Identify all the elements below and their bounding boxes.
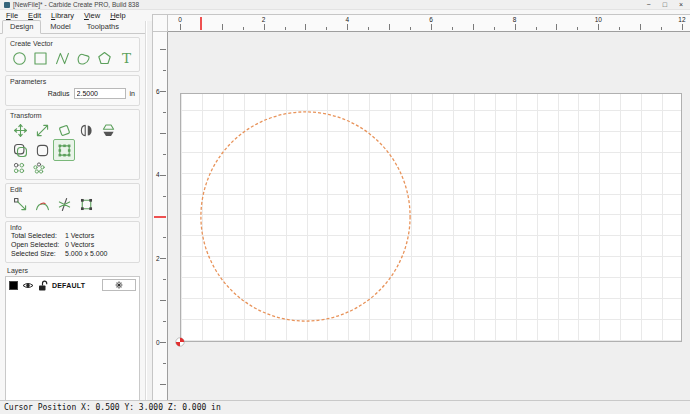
grid-array-button[interactable]: [10, 160, 28, 176]
flip-button[interactable]: [98, 120, 118, 140]
mirror-icon: [78, 122, 95, 139]
text-tool-button[interactable]: T: [117, 48, 136, 68]
layer-row[interactable]: DEFAULT: [6, 277, 139, 293]
ruler-tick: [305, 24, 306, 30]
polyline-tool-icon: [54, 50, 71, 67]
knife-icon: [56, 196, 73, 213]
info-value: 1 Vectors: [65, 232, 94, 239]
ruler-label: 0: [172, 16, 188, 23]
ruler-tick: [556, 24, 557, 30]
info-row: Total Selected:1 Vectors: [11, 232, 135, 239]
close-button[interactable]: ×: [679, 0, 683, 9]
fillet-button[interactable]: [32, 140, 52, 160]
menu-help[interactable]: Help: [110, 11, 125, 20]
radius-label: Radius: [48, 90, 70, 97]
left-panel: DesignModelToolpaths Create Vector T Par…: [0, 21, 146, 400]
rectangle-tool-icon: [32, 50, 49, 67]
ruler-tick: [163, 363, 166, 364]
ruler-label: 2: [256, 16, 272, 23]
circular-array-button[interactable]: [30, 160, 48, 176]
ruler-tick: [494, 27, 495, 30]
ruler-tick: [163, 321, 166, 322]
radius-unit: in: [130, 90, 135, 97]
ruler-label: 8: [507, 16, 523, 23]
info-label: Open Selected:: [11, 241, 65, 248]
info-title: Info: [10, 224, 136, 231]
unlock-icon[interactable]: [38, 280, 48, 291]
edit-nodes-button[interactable]: [76, 194, 96, 214]
trim-icon: [34, 196, 51, 213]
grid-array-icon: [12, 161, 26, 175]
info-group: Info Total Selected:1 VectorsOpen Select…: [5, 221, 140, 263]
cursor-position-text: Cursor Position X: 0.500 Y: 3.000 Z: 0.0…: [4, 403, 221, 412]
info-row: Open Selected:0 Vectors: [11, 241, 135, 248]
ruler-tick: [160, 384, 166, 385]
circular-array-icon: [32, 161, 46, 175]
window-title: [NewFile]* - Carbide Create PRO, Build 8…: [13, 1, 139, 8]
maximize-button[interactable]: □: [663, 0, 667, 9]
visibility-eye-icon[interactable]: [22, 281, 34, 290]
ruler-label: 6: [423, 16, 439, 23]
canvas-viewport[interactable]: [168, 32, 690, 400]
scale-button[interactable]: [32, 120, 52, 140]
align-button[interactable]: [54, 140, 74, 160]
ruler-tick: [160, 49, 166, 50]
ruler-label: 12: [674, 16, 690, 23]
menu-edit[interactable]: Edit: [28, 11, 41, 20]
text-tool-icon: T: [118, 50, 135, 67]
ruler-tick: [661, 27, 662, 30]
parameters-title: Parameters: [10, 78, 136, 85]
rotate-button[interactable]: [54, 120, 74, 140]
ruler-tick: [410, 27, 411, 30]
flip-icon: [100, 122, 117, 139]
menu-library[interactable]: Library: [51, 11, 74, 20]
circle-tool-button[interactable]: [10, 48, 29, 68]
tab-design[interactable]: Design: [2, 20, 41, 34]
layer-color-swatch[interactable]: [9, 281, 18, 290]
edit-title: Edit: [10, 186, 136, 193]
polyline-tool-button[interactable]: [53, 48, 72, 68]
ruler-tick: [452, 27, 453, 30]
layer-settings-button[interactable]: [102, 279, 136, 291]
offset-button[interactable]: [10, 140, 30, 160]
curve-tool-button[interactable]: [74, 48, 93, 68]
create-vector-title: Create Vector: [10, 40, 136, 47]
move-button[interactable]: [10, 120, 30, 140]
status-bar: Cursor Position X: 0.500 Y: 3.000 Z: 0.0…: [0, 400, 690, 414]
ruler-tick: [160, 133, 166, 134]
ruler-tick: [163, 279, 166, 280]
tab-toolpaths[interactable]: Toolpaths: [80, 21, 126, 33]
window-controls: −□×: [647, 0, 686, 9]
layers-list: DEFAULT: [5, 276, 140, 412]
tab-model[interactable]: Model: [43, 21, 77, 33]
polygon-tool-button[interactable]: [95, 48, 114, 68]
ruler-label: 2: [156, 255, 160, 262]
edit-group: Edit: [5, 183, 140, 218]
ruler-tick: [160, 342, 166, 343]
ruler-tick: [536, 27, 537, 30]
vertical-ruler: 6420: [152, 32, 168, 400]
mirror-button[interactable]: [76, 120, 96, 140]
ruler-tick: [389, 24, 390, 30]
edit-nodes-icon: [78, 196, 95, 213]
select-arrow-button[interactable]: [10, 194, 30, 214]
fillet-icon: [34, 142, 51, 159]
radius-input[interactable]: [74, 88, 126, 99]
info-row: Selected Size:5.000 x 5.000: [11, 250, 135, 257]
stock-area[interactable]: [180, 93, 682, 342]
circle-tool-icon: [11, 50, 28, 67]
ruler-tick: [163, 112, 166, 113]
ruler-label: 6: [156, 88, 160, 95]
ruler-tick: [243, 27, 244, 30]
rectangle-tool-button[interactable]: [31, 48, 50, 68]
minimize-button[interactable]: −: [647, 0, 651, 9]
menu-file[interactable]: File: [6, 11, 18, 20]
trim-button[interactable]: [32, 194, 52, 214]
ruler-tick: [326, 27, 327, 30]
ruler-tick: [163, 154, 166, 155]
menu-view[interactable]: View: [84, 11, 100, 20]
parameters-group: Parameters Radius in: [5, 75, 140, 106]
rotate-icon: [56, 122, 73, 139]
knife-button[interactable]: [54, 194, 74, 214]
ruler-tick: [285, 27, 286, 30]
